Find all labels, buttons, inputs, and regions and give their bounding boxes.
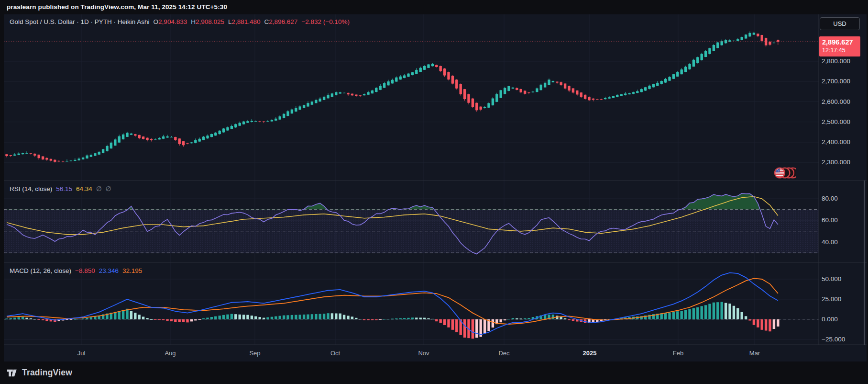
tradingview-logo-icon[interactable] <box>6 368 18 378</box>
price-axis-label: 80.00 <box>822 195 838 202</box>
time-axis-label: Oct <box>319 350 352 357</box>
macd-signal-value: 32.195 <box>122 267 142 274</box>
price-axis-label: 60.00 <box>822 216 838 224</box>
publish-banner: praslearn published on TradingView.com, … <box>7 3 227 11</box>
chart-canvas[interactable] <box>4 14 867 361</box>
time-axis-label: Feb <box>661 350 695 357</box>
rsi-empty-icon: ∅ <box>96 185 102 192</box>
tradingview-wordmark[interactable]: TradingView <box>22 368 72 378</box>
macd-legend: MACD (12, 26, close) −8.850 23.346 32.19… <box>10 267 142 274</box>
chart-widget: Gold Spot / U.S. Dollar · 1D · PYTH · He… <box>4 14 867 361</box>
macd-hist-value: −8.850 <box>75 267 95 274</box>
time-axis-label: Dec <box>487 350 521 357</box>
time-axis-label: Sep <box>238 350 272 357</box>
price-axis-label: 50.000 <box>822 275 841 282</box>
time-axis-label: 2025 <box>573 350 606 357</box>
currency-button[interactable]: USD <box>820 17 860 30</box>
pane-scrollbar[interactable] <box>864 181 865 345</box>
price-axis-label: −25.000 <box>822 336 845 343</box>
footer: TradingView <box>0 361 868 384</box>
time-axis[interactable]: JulAugSepOctNovDec2025FebMar <box>4 345 867 361</box>
macd-title[interactable]: MACD (12, 26, close) <box>10 267 71 274</box>
symbol-legend: Gold Spot / U.S. Dollar · 1D · PYTH · He… <box>10 18 350 25</box>
last-price-value: 2,896.627 <box>822 38 860 46</box>
macd-line-value: 23.346 <box>99 267 119 274</box>
legend-low: L2,881.480 <box>228 18 261 25</box>
price-axis-label: 2,400.000 <box>822 138 850 146</box>
rsi-empty-icon: ∅ <box>106 185 111 192</box>
last-price-tag: 2,896.627 12:17:45 <box>819 36 860 56</box>
price-axis-label: 40.00 <box>822 238 838 246</box>
legend-open: O2,904.833 <box>154 18 187 25</box>
rsi-value: 56.15 <box>56 185 72 192</box>
price-axis-label: 2,500.000 <box>822 118 850 125</box>
us-flag-event-icon[interactable] <box>774 167 796 181</box>
legend-close: C2,896.627 <box>264 18 298 25</box>
symbol-title[interactable]: Gold Spot / U.S. Dollar · 1D · PYTH · He… <box>10 18 150 25</box>
countdown-timer: 12:17:45 <box>822 46 860 55</box>
rsi-legend: RSI (14, close) 56.15 64.34 ∅ ∅ <box>10 185 111 192</box>
price-axis-label: 2,700.000 <box>822 78 850 85</box>
time-axis-label: Nov <box>407 350 440 357</box>
time-axis-label: Mar <box>738 350 771 357</box>
rsi-title[interactable]: RSI (14, close) <box>10 185 52 192</box>
price-axis-label: 0.000 <box>822 316 838 323</box>
legend-change: −2.832 (−0.10%) <box>301 18 350 25</box>
screenshot-root: praslearn published on TradingView.com, … <box>0 0 868 384</box>
time-axis-label: Jul <box>65 350 98 357</box>
price-axis-label: 2,800.000 <box>822 57 850 65</box>
price-axis-label: 2,600.000 <box>822 98 850 105</box>
legend-high: H2,908.025 <box>191 18 224 25</box>
rsi-ma-value: 64.34 <box>76 185 92 192</box>
price-axis-label: 25.000 <box>822 295 841 303</box>
time-axis-label: Aug <box>154 350 187 357</box>
price-axis-label: 2,300.000 <box>822 158 850 166</box>
